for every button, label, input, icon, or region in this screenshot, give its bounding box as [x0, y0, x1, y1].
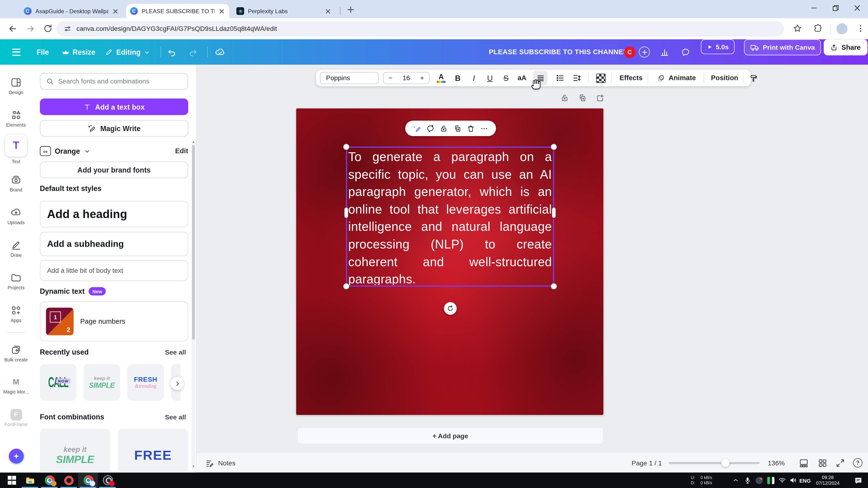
editing-mode-dropdown[interactable]: Editing	[105, 39, 150, 65]
page-numbers-card[interactable]: 1 2 Page numbers	[40, 301, 188, 341]
add-member-button[interactable]	[639, 39, 650, 65]
search-input[interactable]	[58, 77, 182, 85]
add-text-box-button[interactable]: Add a text box	[40, 99, 188, 115]
lock-page-icon[interactable]	[560, 94, 569, 102]
resize-button[interactable]: Resize	[62, 39, 95, 65]
resize-handle-se[interactable]	[551, 283, 557, 290]
sidebar-item-uploads[interactable]: Uploads	[0, 206, 32, 225]
network-speed-widget[interactable]: U:0 kB/s D:0 kB/s	[691, 473, 712, 488]
back-icon[interactable]	[8, 24, 18, 34]
comments-icon[interactable]	[681, 39, 690, 65]
selected-text-box[interactable]: To generate a paragraph on a specific to…	[346, 147, 554, 287]
tab-asapguide[interactable]: C AsapGuide - Desktop Wallpape	[20, 4, 123, 18]
panel-scrollbar[interactable]: ▲ ▼	[191, 139, 195, 468]
recent-style-keep-it-simple[interactable]: keep it SIMPLE	[84, 364, 120, 400]
recording-status-icon[interactable]	[753, 474, 765, 486]
sidebar-item-text[interactable]: T Text	[0, 134, 32, 164]
strikethrough-button[interactable]: S	[499, 70, 513, 86]
magic-write-button[interactable]: Magic Write	[40, 120, 188, 136]
zoom-slider-thumb[interactable]	[721, 459, 730, 467]
comment-add-icon[interactable]	[426, 124, 434, 132]
resize-handle-ne[interactable]	[551, 144, 557, 150]
duplicate-page-icon[interactable]	[578, 94, 587, 102]
close-icon[interactable]	[854, 5, 860, 11]
combo-keep-it-simple[interactable]: keep it SIMPLE	[40, 429, 110, 473]
add-page-icon[interactable]	[596, 94, 604, 102]
list-button[interactable]	[553, 70, 567, 86]
help-button[interactable]: ?	[853, 458, 863, 467]
font-family-selector[interactable]: Poppins	[320, 72, 379, 84]
sidebar-item-projects[interactable]: Projects	[0, 271, 32, 290]
presentation-view-icon[interactable]	[799, 458, 809, 468]
file-explorer-icon[interactable]	[24, 474, 36, 486]
position-button[interactable]: Position	[709, 70, 741, 86]
reload-icon[interactable]	[43, 24, 53, 34]
minimize-icon[interactable]	[811, 5, 817, 11]
sidebar-item-fontframe[interactable]: F FontFrame	[0, 408, 32, 427]
notes-button[interactable]: Notes	[206, 453, 236, 473]
duplicate-icon[interactable]	[453, 124, 461, 132]
recent-style-call-now[interactable]: CALL NOW	[40, 364, 76, 400]
add-brand-fonts-button[interactable]: Add your brand fonts	[40, 161, 188, 178]
bold-button[interactable]: B	[451, 70, 465, 86]
font-size-increase[interactable]: +	[420, 74, 424, 82]
add-heading-card[interactable]: Add a heading	[40, 201, 188, 228]
url-text[interactable]: canva.com/design/DAGYG3cgFAI/G7PsQD9sLLd…	[76, 25, 277, 33]
volume-icon[interactable]	[787, 474, 799, 486]
zoom-slider-track[interactable]	[669, 462, 760, 464]
account-avatar[interactable]: C	[624, 39, 636, 65]
sidebar-item-brand[interactable]: Brand	[0, 174, 32, 193]
recorder-app-icon[interactable]	[63, 474, 75, 486]
undo-button[interactable]	[167, 39, 177, 65]
tab-canva-design[interactable]: C PLEASE SUBSCRIBE TO THIS CH	[126, 4, 229, 18]
see-all-combos-link[interactable]: See all	[165, 413, 186, 421]
sidebar-item-magic-morph[interactable]: M Magic Mor...	[0, 376, 32, 395]
tab-perplexity[interactable]: Perplexity Labs	[232, 4, 336, 18]
insights-icon[interactable]	[660, 39, 670, 65]
font-size-value[interactable]: 16	[403, 74, 410, 82]
resize-handle-sw[interactable]	[343, 283, 349, 290]
action-center-icon[interactable]	[852, 474, 864, 486]
delete-icon[interactable]	[467, 124, 475, 132]
chrome-profile2-icon[interactable]	[83, 474, 94, 486]
sidebar-item-draw[interactable]: Draw	[0, 239, 32, 258]
fullscreen-icon[interactable]	[835, 458, 845, 468]
site-settings-icon[interactable]	[64, 25, 71, 33]
zoom-percentage[interactable]: 136%	[768, 453, 785, 473]
print-with-canva-button[interactable]: Print with Canva	[744, 39, 821, 55]
text-case-button[interactable]: aA	[515, 70, 529, 86]
paragraph-text[interactable]: To generate a paragraph on a specific to…	[348, 148, 552, 285]
copy-style-button[interactable]	[747, 70, 760, 86]
font-size-decrease[interactable]: −	[389, 74, 393, 82]
tray-expand-icon[interactable]	[730, 474, 741, 486]
design-page[interactable]: To generate a paragraph on a specific to…	[296, 108, 603, 415]
share-button[interactable]: Share	[824, 39, 867, 55]
sidebar-item-bulk-create[interactable]: Bulk create	[0, 344, 32, 362]
tab-close-icon[interactable]	[324, 7, 332, 15]
profile-avatar[interactable]	[836, 23, 847, 34]
address-bar[interactable]: canva.com/design/DAGYG3cgFAI/G7PsQD9sLLd…	[56, 21, 784, 36]
resize-handle-nw[interactable]	[343, 144, 349, 150]
main-menu-button[interactable]	[12, 39, 21, 65]
lock-icon[interactable]	[440, 124, 448, 132]
bookmark-star-icon[interactable]	[793, 24, 803, 34]
tab-close-icon[interactable]	[217, 7, 225, 15]
grid-view-icon[interactable]	[817, 458, 828, 468]
add-page-button[interactable]: + Add page	[297, 427, 603, 445]
effects-button[interactable]: Effects	[617, 70, 645, 86]
sidebar-item-design[interactable]: Design	[0, 76, 32, 95]
file-menu[interactable]: File	[36, 39, 49, 65]
font-search[interactable]	[40, 73, 188, 90]
brand-kit-selector[interactable]: co Orange Edit	[40, 144, 188, 158]
italic-button[interactable]: I	[467, 70, 481, 86]
scroll-down-arrow[interactable]: ▼	[191, 465, 195, 468]
forward-icon[interactable]	[26, 24, 35, 34]
microphone-tray-icon[interactable]	[742, 474, 753, 486]
see-all-recent-link[interactable]: See all	[165, 349, 186, 356]
tab-close-icon[interactable]	[111, 7, 119, 15]
redo-button[interactable]	[188, 39, 198, 65]
combo-free[interactable]: FREE	[118, 429, 188, 473]
scroll-right-button[interactable]	[170, 377, 184, 390]
add-body-text-card[interactable]: Add a little bit of body text	[40, 260, 188, 281]
scrollbar-thumb[interactable]	[192, 145, 195, 340]
